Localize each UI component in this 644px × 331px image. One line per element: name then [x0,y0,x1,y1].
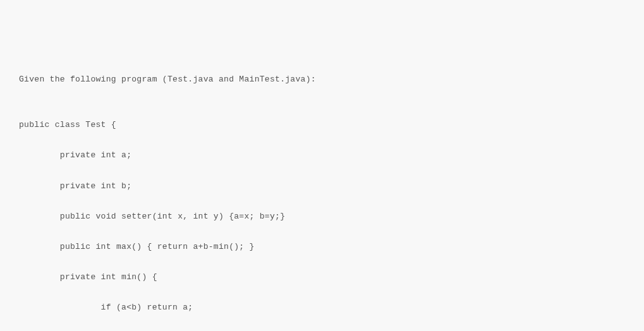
intro-text: Given the following program (Test.java a… [19,72,625,87]
code-line: public int max() { return a+b-min(); } [19,239,625,255]
code-line: private int a; [19,148,625,163]
code-line: public void setter(int x, int y) {a=x; b… [19,209,625,224]
code-line: private int min() { [19,270,625,285]
code-line: if (a<b) return a; [19,300,625,315]
code-line: public class Test { [19,117,625,133]
code-line: private int b; [19,179,625,194]
